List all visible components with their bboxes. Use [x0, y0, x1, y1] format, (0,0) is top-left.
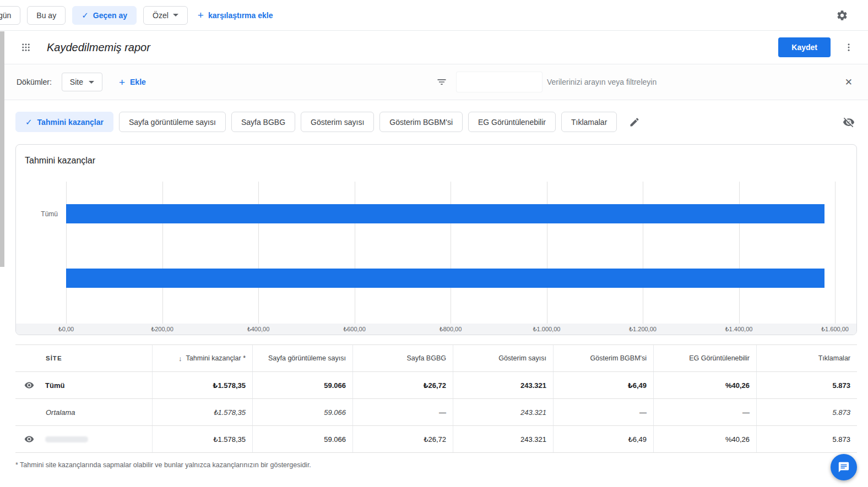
site-name: Tümü: [45, 381, 64, 390]
metric-chip-eg-goruntulenebilir[interactable]: EG Görüntülenebilir: [468, 112, 556, 132]
x-tick-label: ₺0,00: [58, 326, 74, 333]
metric-chip-label: EG Görüntülenebilir: [478, 118, 546, 127]
x-tick-label: ₺800,00: [440, 326, 462, 333]
column-header-sayfa-bgbg[interactable]: Sayfa BGBG: [353, 345, 453, 371]
metric-chip-tahmini-kazanclar[interactable]: ✓ Tahmini kazançlar: [15, 112, 113, 132]
clear-filter-button[interactable]: ✕: [843, 74, 855, 90]
column-header-sayfa-goruntuleme[interactable]: Sayfa görüntüleme sayısı: [253, 345, 353, 371]
edit-metrics-button[interactable]: [627, 114, 642, 130]
visibility-toggle[interactable]: [24, 434, 34, 444]
add-comparison-button[interactable]: + karşılaştırma ekle: [198, 10, 273, 20]
redacted-filter-chip: [456, 72, 542, 92]
bar-chart-plot: Tümü: [66, 182, 835, 324]
dimension-select[interactable]: Site: [62, 73, 102, 91]
date-chip-label: Özel: [153, 11, 169, 20]
gridline: [835, 182, 836, 324]
date-chip-label: Bu ay: [36, 11, 56, 20]
dimension-value: Site: [70, 78, 83, 86]
date-chip-label: Geçen ay: [93, 11, 127, 20]
cell-value: —: [554, 399, 654, 425]
x-tick-label: ₺1.000,00: [533, 326, 561, 333]
table-row-tumu: Tümü ₺1.578,35 59.066 ₺26,72 243.321 ₺6,…: [15, 372, 857, 399]
x-tick-label: ₺200,00: [151, 326, 173, 333]
cell-value: 5.873: [757, 372, 857, 398]
cell-value: 243.321: [453, 426, 554, 452]
date-chip-label: gün: [0, 11, 11, 20]
estimated-earnings-footnote: * Tahmini site kazançlarında sapmalar ol…: [0, 453, 868, 469]
cell-value: 5.873: [757, 426, 857, 452]
cell-value: 243.321: [453, 399, 554, 425]
site-cell: Ortalama: [15, 399, 153, 425]
metric-chip-label: Gösterim sayısı: [311, 118, 364, 127]
more-options-button[interactable]: [842, 40, 856, 54]
breakdown-label: Dökümler:: [17, 78, 52, 86]
cell-value: ₺1.578,35: [153, 399, 253, 425]
add-breakdown-button[interactable]: + Ekle: [119, 77, 146, 87]
cell-value: 59.066: [253, 372, 353, 398]
metric-chip-gosterim-sayisi[interactable]: Gösterim sayısı: [301, 112, 374, 132]
kebab-menu-icon: [844, 42, 854, 52]
column-header-tahmini-kazanclar[interactable]: ↓ Tahmini kazançlar *: [153, 345, 253, 371]
search-input[interactable]: [547, 78, 843, 86]
filter-search-area: ✕: [434, 72, 855, 92]
date-chip-gun[interactable]: gün: [0, 6, 20, 25]
visibility-toggle[interactable]: [24, 380, 34, 390]
x-axis: ₺0,00 ₺200,00 ₺400,00 ₺600,00 ₺800,00 ₺1…: [16, 324, 856, 335]
apps-grid-button[interactable]: [19, 40, 33, 54]
column-header-eg-goruntulenebilir[interactable]: EG Görüntülenebilir: [654, 345, 757, 371]
column-header-tiklamalar[interactable]: Tıklamalar: [757, 345, 857, 371]
cell-value: %40,26: [654, 372, 757, 398]
feedback-button[interactable]: [831, 454, 857, 480]
eye-icon: [24, 434, 34, 444]
table-row-site: ₺1.578,35 59.066 ₺26,72 243.321 ₺6,49 %4…: [15, 426, 857, 453]
report-table: SİTE ↓ Tahmini kazançlar * Sayfa görüntü…: [15, 344, 857, 453]
date-chip-ozel[interactable]: Özel: [143, 6, 188, 25]
page-title: Kaydedilmemiş rapor: [47, 41, 150, 54]
bar-tumu[interactable]: [66, 204, 824, 223]
cell-value: ₺6,49: [554, 372, 654, 398]
filter-icon: [436, 76, 447, 87]
cell-value: ₺1.578,35: [153, 426, 253, 452]
plus-icon: +: [198, 10, 204, 20]
hide-chart-button[interactable]: [840, 114, 857, 130]
chart-category-row: Tümü: [66, 182, 835, 246]
date-chip-bu-ay[interactable]: Bu ay: [27, 6, 66, 25]
settings-button[interactable]: [834, 7, 850, 24]
metric-chip-label: Tahmini kazançlar: [37, 118, 104, 127]
site-name: Ortalama: [46, 408, 75, 417]
bar-site[interactable]: [66, 269, 824, 288]
filter-button[interactable]: [434, 74, 449, 90]
cell-value: ₺1.578,35: [153, 372, 253, 398]
cell-value: %40,26: [654, 426, 757, 452]
metric-chip-tiklamalar[interactable]: Tıklamalar: [561, 112, 617, 132]
metric-chip-gosterim-bgbm[interactable]: Gösterim BGBM'si: [379, 112, 463, 132]
column-header-site[interactable]: SİTE: [15, 345, 153, 371]
metric-chip-sayfa-goruntuleme[interactable]: Sayfa görüntüleme sayısı: [119, 112, 226, 132]
metric-chips-row: ✓ Tahmini kazançlar Sayfa görüntüleme sa…: [0, 100, 868, 132]
cell-value: —: [654, 399, 757, 425]
date-chip-gecen-ay[interactable]: ✓ Geçen ay: [72, 6, 137, 25]
vertical-scrollbar[interactable]: [0, 31, 4, 267]
x-tick-label: ₺1.200,00: [629, 326, 657, 333]
eye-icon: [24, 380, 34, 390]
x-tick-label: ₺400,00: [247, 326, 270, 333]
site-cell: [15, 426, 153, 452]
sort-desc-icon: ↓: [178, 354, 182, 363]
cell-value: —: [353, 399, 453, 425]
chart-category-row: [66, 246, 835, 310]
redacted-site-name: [45, 436, 88, 442]
pencil-icon: [629, 117, 640, 128]
report-header: Kaydedilmemiş rapor Kaydet: [0, 31, 868, 64]
column-header-gosterim-sayisi[interactable]: Gösterim sayısı: [453, 345, 554, 371]
cell-value: 59.066: [253, 399, 353, 425]
chevron-down-icon: [173, 14, 178, 17]
chart-title: Tahmini kazançlar: [16, 145, 856, 166]
metric-chip-sayfa-bgbg[interactable]: Sayfa BGBG: [231, 112, 295, 132]
metric-chip-label: Sayfa BGBG: [241, 118, 285, 127]
chevron-down-icon: [89, 81, 94, 84]
column-header-gosterim-bgbm[interactable]: Gösterim BGBM'si: [554, 345, 654, 371]
x-tick-label: ₺600,00: [343, 326, 366, 333]
save-button[interactable]: Kaydet: [778, 37, 831, 57]
chart-card: Tahmini kazançlar Tümü ₺0,00 ₺200,00 ₺40…: [15, 144, 857, 335]
category-label: Tümü: [41, 210, 58, 218]
